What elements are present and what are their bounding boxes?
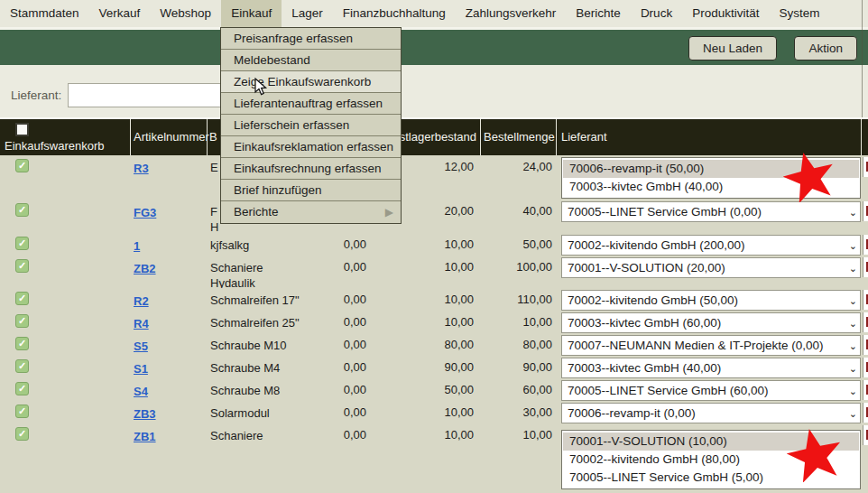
table-row: ✓FG3FH20,0040,0070005--LINET Service Gmb… xyxy=(0,200,868,233)
lieferant-select[interactable]: 70001--V-SOLUTION (20,00)⌄ xyxy=(561,257,861,278)
cell-einkaufswarenkorb: ✓ xyxy=(0,311,131,333)
row-checkbox[interactable]: ✓ xyxy=(15,405,29,418)
row-checkbox[interactable]: ✓ xyxy=(15,292,29,305)
cell-beschreibung: Schmalreifen 17" xyxy=(208,288,329,311)
table-header: Einkaufswarenkorb Artikelnummer B stlage… xyxy=(0,117,868,155)
cell-bestellmenge: 100,00 xyxy=(481,256,557,288)
row-checkbox[interactable]: ✓ xyxy=(15,427,29,441)
cutoff-column-fragment xyxy=(863,235,868,255)
row-checkbox[interactable]: ✓ xyxy=(15,359,29,373)
menubar-item-zahlungsverkehr[interactable]: Zahlungsverkehr xyxy=(456,0,567,27)
row-checkbox[interactable]: ✓ xyxy=(15,259,29,273)
menubar-item-system[interactable]: System xyxy=(769,0,829,27)
article-link[interactable]: ZB3 xyxy=(134,407,156,421)
article-link[interactable]: ZB1 xyxy=(134,430,156,443)
cell-istlagerbestand: 10,00 xyxy=(372,423,481,490)
row-checkbox[interactable]: ✓ xyxy=(15,337,29,350)
cell-meldebestand: 0,00 xyxy=(329,378,372,401)
menu-item-einkaufsreklamation-erfassen[interactable]: Einkaufsreklamation erfassen xyxy=(221,136,401,158)
menu-item-meldebestand[interactable]: Meldebestand xyxy=(221,50,401,71)
row-checkbox[interactable]: ✓ xyxy=(15,382,29,395)
row-checkbox[interactable]: ✓ xyxy=(15,237,29,250)
menubar-item-stammdaten[interactable]: Stammdaten xyxy=(0,0,89,27)
table-row: ✓ZB3Solarmodul0,0010,0030,0070006--revam… xyxy=(0,401,868,423)
header-artikelnummer: Artikelnummer xyxy=(131,119,208,155)
cutoff-column-fragment xyxy=(863,403,868,423)
cell-bestellmenge: 24,00 xyxy=(481,155,557,200)
menubar-item-druck[interactable]: Druck xyxy=(631,0,682,27)
menubar-item-verkauf[interactable]: Verkauf xyxy=(89,0,151,27)
article-link[interactable]: S5 xyxy=(134,340,148,353)
article-link[interactable]: R4 xyxy=(134,317,149,330)
lieferant-filter-label: Lieferant: xyxy=(11,88,61,102)
cell-meldebestand: 0,00 xyxy=(329,311,372,333)
menu-item-lieferschein-erfassen[interactable]: Lieferschein erfassen xyxy=(221,115,401,136)
cell-beschreibung: Schaniere xyxy=(208,423,329,490)
description-line: Solarmodul xyxy=(210,405,329,421)
cutoff-column-fragment xyxy=(863,358,868,377)
menubar-item-finanzbuchhaltung[interactable]: Finanzbuchhaltung xyxy=(333,0,456,27)
cell-meldebestand: 0,00 xyxy=(329,333,372,356)
cell-lieferant: 70001--V-SOLUTION (20,00)⌄ xyxy=(557,256,862,288)
lieferant-select[interactable]: 70006--revamp-it (0,00)⌄ xyxy=(561,403,861,423)
lieferant-select[interactable]: 70003--kivtec GmbH (60,00)⌄ xyxy=(561,312,861,333)
cell-beschreibung: Solarmodul xyxy=(208,401,329,423)
row-checkbox[interactable]: ✓ xyxy=(15,314,29,328)
cell-bestellmenge: 10,00 xyxy=(481,311,557,333)
select-arrow-icon: ⌄ xyxy=(849,314,857,333)
menubar-item-berichte[interactable]: Berichte xyxy=(566,0,631,27)
menu-item-preisanfrage-erfassen[interactable]: Preisanfrage erfassen xyxy=(221,28,401,50)
cutoff-column-fragment xyxy=(863,335,868,355)
menu-item-einkaufsrechnung-erfassen[interactable]: Einkaufsrechnung erfassen xyxy=(221,158,401,180)
menu-item-zeige-einkaufswarenkorb[interactable]: Zeige Einkaufswarenkorb xyxy=(221,71,401,93)
lieferant-select[interactable]: 70002--kivitendo GmbH (200,00)⌄ xyxy=(561,235,861,256)
cell-meldebestand: 0,00 xyxy=(329,233,372,256)
cell-artikelnummer: 1 xyxy=(131,233,208,256)
article-link[interactable]: R2 xyxy=(134,294,149,308)
article-link[interactable]: 1 xyxy=(134,239,140,253)
cell-cutoff xyxy=(862,233,868,256)
cell-artikelnummer: ZB1 xyxy=(131,423,208,490)
action-button[interactable]: Aktion xyxy=(794,36,857,60)
row-checkbox[interactable]: ✓ xyxy=(15,159,29,172)
article-link[interactable]: R3 xyxy=(134,162,149,175)
cell-cutoff xyxy=(862,356,868,378)
table-row: ✓S5Schraube M100,0080,0080,0070007--NEUM… xyxy=(0,333,868,356)
header-cutoff xyxy=(862,119,868,155)
description-line: kjfsalkg xyxy=(210,237,329,253)
cutoff-column-fragment xyxy=(863,201,868,221)
cell-cutoff xyxy=(862,378,868,401)
article-link[interactable]: FG3 xyxy=(134,206,156,219)
cell-lieferant: 70003--kivtec GmbH (40,00)⌄ xyxy=(557,356,862,378)
article-link[interactable]: S1 xyxy=(134,362,148,376)
menu-item-berichte[interactable]: Berichte▶ xyxy=(221,201,401,223)
cell-lieferant: 70005--LINET Service GmbH (60,00)⌄ xyxy=(557,378,862,401)
header-lieferant: Lieferant xyxy=(557,119,862,155)
lieferant-select[interactable]: 70002--kivitendo GmbH (50,00)⌄ xyxy=(561,290,861,311)
cell-bestellmenge: 60,00 xyxy=(481,378,557,401)
menubar-item-einkauf[interactable]: Einkauf xyxy=(221,0,282,27)
menu-item-lieferantenauftrag-erfassen[interactable]: Lieferantenauftrag erfassen xyxy=(221,93,401,115)
menu-item-brief-hinzuf-gen[interactable]: Brief hinzufügen xyxy=(221,180,401,201)
lieferant-filter-input[interactable] xyxy=(68,83,223,107)
menubar-item-lager[interactable]: Lager xyxy=(282,0,333,27)
article-link[interactable]: S4 xyxy=(134,385,148,398)
lieferant-select[interactable]: 70007--NEUMANN Medien & IT-Projekte (0,0… xyxy=(561,335,861,356)
description-line: Schmalreifen 17" xyxy=(210,293,329,308)
cell-einkaufswarenkorb: ✓ xyxy=(0,333,131,356)
lieferant-select[interactable]: 70005--LINET Service GmbH (0,00)⌄ xyxy=(561,201,861,222)
table-row: ✓ZB2SchaniereHydaulik0,0010,00100,007000… xyxy=(0,256,868,288)
table-row: ✓R4Schmalreifen 25"0,0010,0010,0070003--… xyxy=(0,311,868,333)
lieferant-select[interactable]: 70003--kivtec GmbH (40,00)⌄ xyxy=(561,358,861,378)
cell-einkaufswarenkorb: ✓ xyxy=(0,288,131,311)
cell-artikelnummer: R3 xyxy=(131,155,208,200)
menubar-item-produktivität[interactable]: Produktivität xyxy=(682,0,769,27)
menubar-item-webshop[interactable]: Webshop xyxy=(150,0,221,27)
select-all-checkbox[interactable] xyxy=(15,123,29,136)
reload-button[interactable]: Neu Laden xyxy=(688,36,777,60)
cell-istlagerbestand: 10,00 xyxy=(372,288,481,311)
lieferant-select[interactable]: 70005--LINET Service GmbH (60,00)⌄ xyxy=(561,380,861,401)
cell-artikelnummer: R2 xyxy=(131,288,208,311)
row-checkbox[interactable]: ✓ xyxy=(15,203,29,217)
article-link[interactable]: ZB2 xyxy=(134,262,156,275)
